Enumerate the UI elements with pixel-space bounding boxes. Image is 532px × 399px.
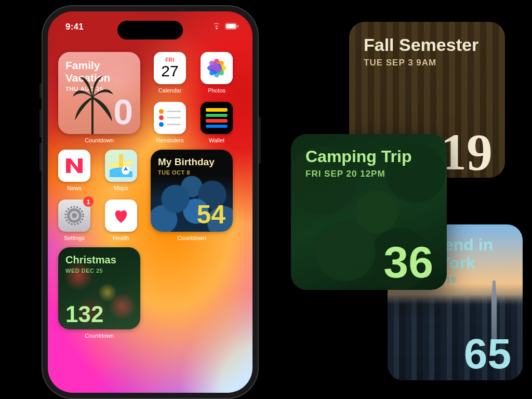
wallet-icon — [201, 102, 233, 134]
app-health[interactable]: Health — [105, 200, 137, 241]
widget-countdown-xmas[interactable]: Christmas WED DEC 25 132 — [58, 247, 140, 329]
battery-icon — [225, 23, 239, 30]
app-label: Photos — [208, 87, 225, 94]
reminders-icon — [154, 102, 186, 134]
widget-title: My Birthday — [151, 150, 233, 168]
app-label: Calendar — [158, 87, 182, 94]
widget-count: 19 — [441, 122, 493, 178]
power-button[interactable] — [259, 117, 261, 164]
widget-subtitle: WED DEC 25 — [58, 268, 140, 274]
svg-rect-1 — [226, 24, 236, 29]
calendar-icon: FRI 27 — [154, 52, 186, 84]
svg-point-14 — [72, 213, 77, 218]
calendar-dom: 27 — [161, 63, 178, 79]
iphone-frame: 9:41 Family Vacation THU AUG 15 0 — [42, 5, 259, 399]
svg-rect-2 — [237, 25, 238, 28]
home-grid: Family Vacation THU AUG 15 0 — [48, 11, 252, 393]
widget-title: Christmas — [58, 247, 140, 266]
app-maps[interactable]: Maps — [105, 150, 137, 191]
widget-count: 36 — [383, 236, 433, 288]
widget-count: 54 — [196, 200, 225, 230]
app-news[interactable]: News — [58, 150, 90, 191]
widget-countdown-birthday-wrap: My Birthday TUE OCT 8 54 Countdown — [151, 150, 233, 241]
mute-switch[interactable] — [39, 83, 42, 99]
widget-countdown-vacation-wrap: Family Vacation THU AUG 15 0 — [58, 52, 140, 143]
preview-widget-camping-trip[interactable]: Camping Trip FRI SEP 20 12PM 36 — [291, 134, 447, 290]
widget-app-label: Countdown — [85, 332, 114, 339]
widget-count: 132 — [65, 301, 103, 327]
wifi-icon — [212, 23, 221, 30]
settings-icon: 1 — [58, 200, 90, 232]
widget-subtitle: TUE OCT 8 — [151, 169, 233, 176]
widget-count: 65 — [464, 329, 511, 378]
health-icon — [105, 200, 137, 232]
app-label: News — [67, 185, 82, 191]
app-settings[interactable]: 1 Settings — [58, 200, 90, 241]
status-time: 9:41 — [65, 22, 84, 32]
widget-app-label: Countdown — [177, 235, 206, 241]
app-photos[interactable]: Photos — [201, 52, 233, 94]
app-reminders[interactable]: Reminders — [154, 102, 186, 143]
widget-count: 0 — [113, 91, 133, 132]
app-wallet[interactable]: Wallet — [201, 102, 233, 143]
widget-app-label: Countdown — [85, 137, 114, 143]
app-calendar[interactable]: FRI 27 Calendar — [154, 52, 186, 94]
app-label: Health — [113, 235, 129, 241]
home-screen[interactable]: 9:41 Family Vacation THU AUG 15 0 — [48, 11, 252, 393]
widget-subtitle: TUE SEP 3 9AM — [349, 58, 505, 68]
volume-down-button[interactable] — [39, 143, 42, 171]
widget-countdown-vacation[interactable]: Family Vacation THU AUG 15 0 — [58, 52, 140, 134]
widget-countdown-birthday[interactable]: My Birthday TUE OCT 8 54 — [151, 150, 233, 232]
photos-icon — [201, 52, 233, 84]
maps-icon — [105, 150, 137, 182]
widget-title: Camping Trip — [291, 134, 447, 166]
app-label: Wallet — [209, 137, 224, 143]
volume-up-button[interactable] — [39, 109, 42, 138]
news-icon — [58, 150, 90, 182]
dynamic-island[interactable] — [117, 21, 183, 39]
widget-countdown-xmas-wrap: Christmas WED DEC 25 132 Countdown — [58, 247, 140, 339]
app-label: Maps — [114, 185, 128, 191]
widget-title: Fall Semester — [349, 22, 505, 55]
notification-badge: 1 — [83, 196, 94, 207]
app-label: Reminders — [156, 137, 183, 143]
widget-subtitle: FRI SEP 20 12PM — [291, 169, 447, 179]
palm-tree-icon — [71, 74, 114, 134]
app-label: Settings — [64, 235, 85, 241]
